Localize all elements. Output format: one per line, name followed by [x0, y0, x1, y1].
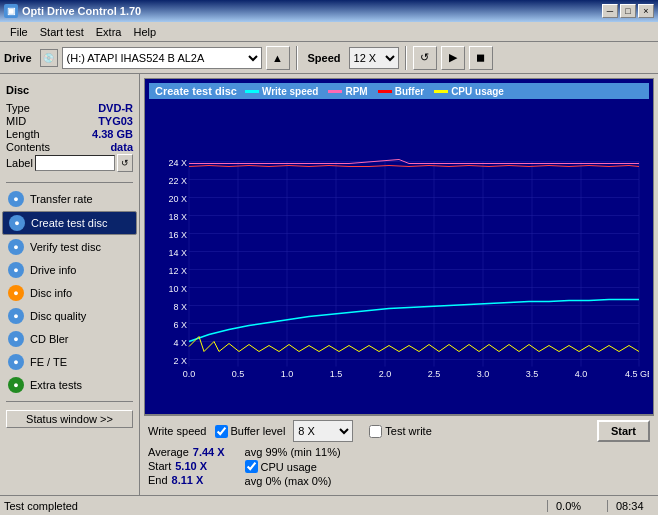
legend-label-cpu-usage: CPU usage — [451, 86, 504, 97]
main-content: Disc Type DVD-R MID TYG03 Length 4.38 GB… — [0, 74, 658, 495]
stat-avg-buffer-desc: avg 99% (min 11%) — [245, 446, 341, 458]
legend-item-cpu-usage: CPU usage — [434, 86, 504, 97]
chart-container: Create test disc Write speedRPMBufferCPU… — [144, 78, 654, 415]
toolbar-btn-3[interactable]: ◼ — [469, 46, 493, 70]
svg-text:20 X: 20 X — [168, 194, 187, 204]
sidebar-item-disc-quality[interactable]: ●Disc quality — [2, 305, 137, 327]
status-percent: 0.0% — [548, 500, 608, 512]
sidebar-label-verify-test-disc: Verify test disc — [30, 241, 101, 253]
stats-left: Average 7.44 X Start 5.10 X End 8.11 X — [148, 446, 225, 487]
sidebar: Disc Type DVD-R MID TYG03 Length 4.38 GB… — [0, 74, 140, 495]
toolbar-btn-2[interactable]: ▶ — [441, 46, 465, 70]
title-bar: ▣ Opti Drive Control 1.70 ─ □ × — [0, 0, 658, 22]
toolbar-separator-2 — [405, 46, 407, 70]
sidebar-item-transfer-rate[interactable]: ●Transfer rate — [2, 188, 137, 210]
stat-start-label: Start — [148, 460, 171, 472]
legend-label-rpm: RPM — [345, 86, 367, 97]
disc-label-input[interactable] — [35, 155, 115, 171]
svg-text:14 X: 14 X — [168, 248, 187, 258]
right-panel: Create test disc Write speedRPMBufferCPU… — [140, 74, 658, 495]
sidebar-label-disc-quality: Disc quality — [30, 310, 86, 322]
sidebar-icon-verify-test-disc: ● — [8, 239, 24, 255]
menu-file[interactable]: File — [4, 24, 34, 40]
bottom-row2: Average 7.44 X Start 5.10 X End 8.11 X a… — [148, 446, 650, 487]
sidebar-item-verify-test-disc[interactable]: ●Verify test disc — [2, 236, 137, 258]
legend-color-buffer — [378, 90, 392, 93]
toolbar-separator-1 — [296, 46, 298, 70]
sidebar-divider-1 — [6, 182, 133, 183]
svg-text:3.5: 3.5 — [526, 369, 539, 379]
stats-right: avg 99% (min 11%) CPU usage avg 0% (max … — [245, 446, 341, 487]
sidebar-label-create-test-disc: Create test disc — [31, 217, 107, 229]
cpu-usage-checkbox[interactable] — [245, 460, 258, 473]
status-window-button[interactable]: Status window >> — [6, 410, 133, 428]
stat-avg-buffer-row: avg 99% (min 11%) — [245, 446, 341, 458]
cpu-usage-label: CPU usage — [261, 461, 317, 473]
svg-text:2 X: 2 X — [173, 356, 187, 366]
close-button[interactable]: × — [638, 4, 654, 18]
toolbar-btn-1[interactable]: ↺ — [413, 46, 437, 70]
stat-avg-cpu-row: avg 0% (max 0%) — [245, 475, 341, 487]
disc-contents-label: Contents — [6, 141, 50, 153]
disc-length-value: 4.38 GB — [92, 128, 133, 140]
svg-text:2.5: 2.5 — [428, 369, 441, 379]
sidebar-label-cd-bler: CD Bler — [30, 333, 69, 345]
chart-svg: 24 X 22 X 20 X 18 X 16 X 14 X 12 X 10 X … — [149, 103, 649, 430]
sidebar-icon-extra-tests: ● — [8, 377, 24, 393]
sidebar-item-drive-info[interactable]: ●Drive info — [2, 259, 137, 281]
legend-label-buffer: Buffer — [395, 86, 424, 97]
toolbar: Drive 💿 (H:) ATAPI IHAS524 B AL2A ▲ Spee… — [0, 42, 658, 74]
speed-select[interactable]: 12 X — [349, 47, 399, 69]
menu-start-test[interactable]: Start test — [34, 24, 90, 40]
sidebar-icon-cd-bler: ● — [8, 331, 24, 347]
svg-text:1.5: 1.5 — [330, 369, 343, 379]
legend-item-write-speed: Write speed — [245, 86, 319, 97]
app-title: Opti Drive Control 1.70 — [22, 5, 141, 17]
legend-item-rpm: RPM — [328, 86, 367, 97]
cpu-usage-checkbox-label[interactable]: CPU usage — [245, 460, 317, 473]
sidebar-icon-disc-quality: ● — [8, 308, 24, 324]
disc-label-refresh-button[interactable]: ↺ — [117, 154, 133, 172]
svg-text:3.0: 3.0 — [477, 369, 490, 379]
disc-length-label: Length — [6, 128, 40, 140]
status-time: 08:34 — [608, 500, 658, 512]
sidebar-item-cd-bler[interactable]: ●CD Bler — [2, 328, 137, 350]
svg-text:8 X: 8 X — [173, 302, 187, 312]
stat-end-row: End 8.11 X — [148, 474, 225, 486]
menu-help[interactable]: Help — [127, 24, 162, 40]
stat-end-label: End — [148, 474, 168, 486]
menu-extra[interactable]: Extra — [90, 24, 128, 40]
svg-text:24 X: 24 X — [168, 158, 187, 168]
sidebar-label-extra-tests: Extra tests — [30, 379, 82, 391]
speed-label: Speed — [308, 52, 341, 64]
disc-type-value: DVD-R — [98, 102, 133, 114]
sidebar-item-disc-info[interactable]: ●Disc info — [2, 282, 137, 304]
drive-refresh-button[interactable]: ▲ — [266, 46, 290, 70]
status-text: Test completed — [0, 500, 548, 512]
legend-label-write-speed: Write speed — [262, 86, 319, 97]
svg-text:22 X: 22 X — [168, 176, 187, 186]
legend-color-write-speed — [245, 90, 259, 93]
chart-legend: Write speedRPMBufferCPU usage — [245, 86, 504, 97]
sidebar-item-extra-tests[interactable]: ●Extra tests — [2, 374, 137, 396]
svg-text:0.0: 0.0 — [183, 369, 196, 379]
svg-text:1.0: 1.0 — [281, 369, 294, 379]
sidebar-icon-fe-te: ● — [8, 354, 24, 370]
sidebar-label-fe-te: FE / TE — [30, 356, 67, 368]
sidebar-item-create-test-disc[interactable]: ●Create test disc — [2, 211, 137, 235]
sidebar-item-fe-te[interactable]: ●FE / TE — [2, 351, 137, 373]
legend-color-rpm — [328, 90, 342, 93]
drive-label: Drive — [4, 52, 32, 64]
sidebar-icon-create-test-disc: ● — [9, 215, 25, 231]
drive-select[interactable]: (H:) ATAPI IHAS524 B AL2A — [62, 47, 262, 69]
chart-title: Create test disc — [155, 85, 237, 97]
sidebar-label-disc-info: Disc info — [30, 287, 72, 299]
stat-start-value: 5.10 X — [175, 460, 207, 472]
svg-text:10 X: 10 X — [168, 284, 187, 294]
restore-button[interactable]: □ — [620, 4, 636, 18]
svg-text:18 X: 18 X — [168, 212, 187, 222]
stat-avg-cpu-desc: avg 0% (max 0%) — [245, 475, 332, 487]
disc-type-label: Type — [6, 102, 30, 114]
minimize-button[interactable]: ─ — [602, 4, 618, 18]
legend-color-cpu-usage — [434, 90, 448, 93]
